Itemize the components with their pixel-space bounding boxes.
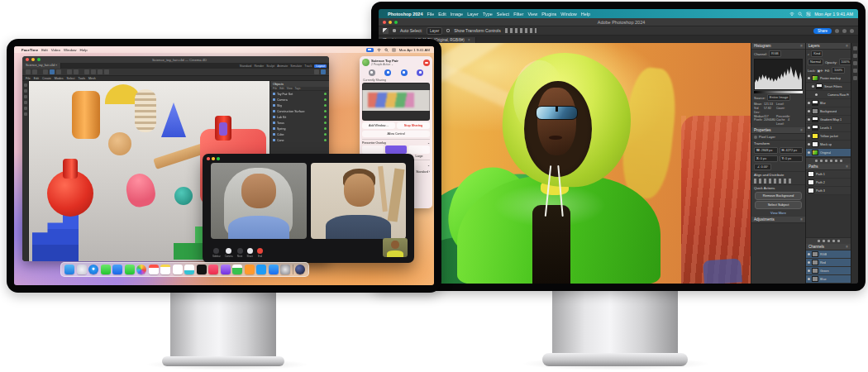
objects-menu-item[interactable]: Tags (295, 87, 301, 90)
align-section-title[interactable]: Align and Distribute (751, 171, 805, 178)
menubar-clock[interactable]: Mon Apr 1 9:41 AM (399, 48, 430, 52)
viewport-menu-item[interactable]: Modes (55, 77, 64, 80)
menubar-item[interactable]: Edit (41, 48, 48, 52)
path-row[interactable]: Path 3 (806, 187, 851, 195)
visibility-eye-icon[interactable] (808, 135, 810, 137)
call-subtitle[interactable]: 2 People Active ⌄ (371, 63, 422, 66)
visibility-eye-icon[interactable] (808, 278, 810, 280)
layer-row[interactable]: Poster mockup (806, 74, 851, 83)
transform-field[interactable]: Y: 0 px (780, 155, 804, 162)
layer-row[interactable]: Blur (806, 99, 851, 107)
transform-section-title[interactable]: Transform (751, 140, 805, 146)
layer-row[interactable]: Background (806, 107, 851, 116)
dock-icon[interactable] (160, 265, 170, 274)
visibility-eye-icon[interactable] (812, 85, 814, 88)
search-icon[interactable] (798, 12, 803, 17)
paths-panel-footer-icons[interactable] (806, 237, 851, 244)
generator-icon[interactable] (98, 69, 103, 74)
layout-tab[interactable]: Track (304, 64, 312, 68)
spline-icon[interactable] (91, 69, 96, 74)
shared-window-thumbnail[interactable] (362, 83, 430, 121)
c4d-document-tab[interactable]: Science_toy_fair.c4d × (22, 63, 61, 69)
object-enabled-dot[interactable] (324, 122, 327, 124)
blend-mode-dropdown[interactable]: Normal (808, 59, 823, 65)
facetime-control-button[interactable] (247, 248, 253, 254)
render-settings-icon[interactable] (74, 69, 79, 74)
object-tree-row[interactable]: Construction Surface (270, 108, 329, 114)
brushes-panel-icon[interactable] (853, 76, 857, 80)
facetime-control[interactable]: Share (247, 248, 253, 258)
kind-filter-dropdown[interactable]: Kind (811, 50, 823, 57)
facetime-action-button[interactable] (417, 69, 423, 76)
minimize-window-button[interactable] (212, 157, 215, 160)
facetime-control[interactable]: End (257, 248, 263, 258)
object-enabled-dot[interactable] (324, 133, 327, 136)
menubar-clock[interactable]: Mon Apr 1 9:41 AM (814, 12, 853, 17)
facetime-control[interactable]: Mute (237, 248, 243, 258)
auto-select-dropdown[interactable]: Layer (427, 27, 442, 35)
channel-row[interactable]: Green (806, 267, 851, 275)
wifi-icon[interactable] (789, 12, 794, 17)
object-enabled-dot[interactable] (324, 139, 327, 141)
add-window-button[interactable]: Add Window… (362, 122, 395, 129)
zoom-window-button[interactable] (37, 58, 41, 61)
layer-row[interactable]: Mock up (806, 141, 851, 149)
chevron-down-icon[interactable]: ⌄ (427, 162, 430, 169)
dock-icon[interactable] (112, 265, 122, 274)
layers-panel-footer-icons[interactable] (806, 157, 851, 164)
app-menu[interactable]: Photoshop 2024 (388, 12, 422, 17)
close-window-button[interactable] (26, 58, 29, 61)
panel-menu-icon[interactable]: ≡ (846, 165, 848, 169)
layer-row[interactable]: Smart Filters (806, 83, 851, 91)
facetime-control[interactable]: Camera (225, 248, 233, 258)
transform-field[interactable]: W: 2848 px (754, 147, 778, 154)
control-center-icon[interactable] (392, 48, 396, 52)
align-icons[interactable] (505, 28, 537, 33)
redo-icon[interactable] (32, 69, 37, 74)
menubar-item[interactable]: Image (451, 12, 463, 17)
object-tree-row[interactable]: Cube (270, 131, 329, 137)
object-tree-row[interactable]: Spring (270, 126, 329, 131)
layout-tab[interactable]: Animate (277, 64, 288, 68)
close-tab-icon[interactable]: × (468, 38, 470, 42)
visibility-eye-icon[interactable] (808, 269, 810, 272)
objects-menu-item[interactable]: File (273, 87, 277, 90)
dock-icon[interactable] (280, 265, 290, 274)
object-tree-row[interactable]: Toy Fair Set (270, 91, 329, 97)
video-tile-woman[interactable] (211, 163, 307, 239)
transform-controls-checkbox[interactable] (446, 29, 450, 32)
allow-control-button[interactable]: Allow Control (362, 131, 430, 137)
primitive-cube-icon[interactable] (84, 69, 89, 74)
scale-tool-icon[interactable] (50, 69, 55, 74)
camera-icon[interactable] (321, 69, 326, 74)
layer-row[interactable]: Yellow jacket (806, 132, 851, 141)
dock-icon[interactable] (184, 265, 194, 274)
object-enabled-dot[interactable] (324, 104, 327, 107)
objects-panel-title[interactable]: Objects (273, 83, 284, 86)
layer-row[interactable]: Gradient Map 1 (806, 116, 851, 124)
visibility-eye-icon[interactable] (808, 151, 810, 154)
object-enabled-dot[interactable] (324, 110, 327, 112)
facetime-control[interactable]: Sidebar (212, 248, 221, 258)
layer-row[interactable]: Levels 1 (806, 124, 851, 132)
rotate-angle-field[interactable]: ∠ 0.00° (754, 164, 771, 170)
path-row[interactable]: Path 2 (806, 179, 851, 187)
menubar-item[interactable]: Type (483, 12, 493, 17)
end-call-button[interactable] (423, 60, 430, 66)
close-window-button[interactable] (383, 21, 386, 24)
auto-select-checkbox[interactable] (393, 29, 396, 32)
objects-menu-item[interactable]: View (287, 87, 293, 90)
dock-icon[interactable] (77, 265, 87, 274)
dock-icon[interactable] (256, 265, 266, 274)
workspace-icon[interactable] (850, 29, 854, 33)
facetime-control-button[interactable] (213, 248, 219, 254)
channel-dropdown[interactable]: RGB (769, 50, 781, 57)
info-panel-icon[interactable] (853, 61, 857, 65)
menubar-item[interactable]: Layer (467, 12, 479, 17)
path-row[interactable]: Path 1 (806, 170, 851, 179)
object-enabled-dot[interactable] (324, 116, 327, 118)
panel-menu-icon[interactable]: ≡ (800, 44, 803, 48)
layer-row[interactable]: Original (806, 149, 851, 157)
menubar-item[interactable]: View (527, 12, 537, 17)
rotate-tool-icon[interactable] (56, 69, 61, 74)
